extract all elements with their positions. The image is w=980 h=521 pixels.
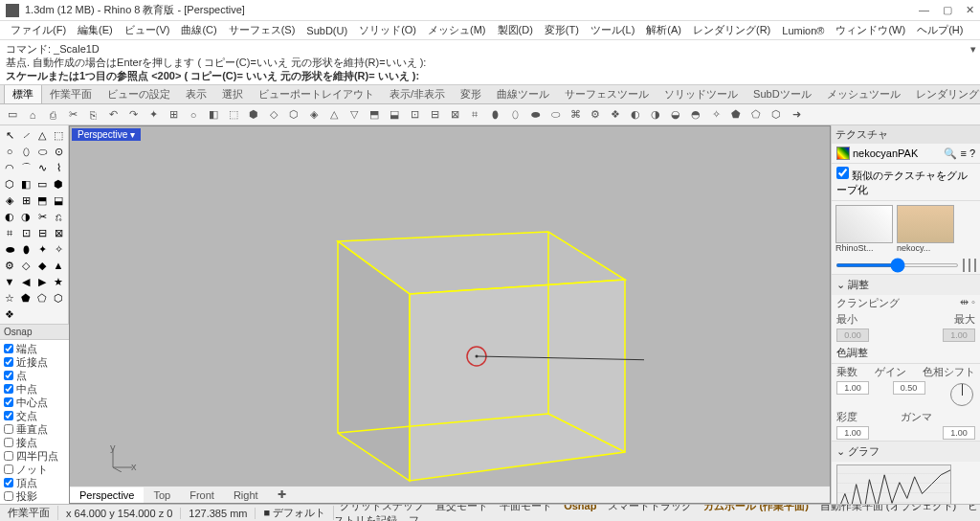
- osnap-item[interactable]: 頂点: [4, 476, 65, 489]
- toolbar-button[interactable]: ⬠: [747, 106, 765, 124]
- status-toggle[interactable]: ガムボール (作業平面): [698, 504, 813, 511]
- ribbon-tab[interactable]: メッシュツール: [819, 85, 908, 103]
- thumb-size-slider[interactable]: [835, 263, 959, 267]
- mult-input[interactable]: 1.00: [836, 381, 869, 395]
- tool-button[interactable]: ⬓: [51, 193, 66, 208]
- toolbar-button[interactable]: ⌂: [24, 106, 41, 124]
- gain-input[interactable]: 0.50: [893, 381, 925, 395]
- osnap-checkbox[interactable]: [4, 451, 13, 461]
- toolbar-button[interactable]: ✧: [707, 106, 724, 124]
- toolbar-button[interactable]: ▭: [4, 106, 21, 124]
- tool-button[interactable]: ⌗: [2, 225, 17, 240]
- hue-dial[interactable]: [950, 383, 973, 406]
- texture-thumb[interactable]: nekocy...: [897, 205, 954, 253]
- osnap-checkbox[interactable]: [4, 424, 13, 434]
- menu-item[interactable]: 編集(E): [73, 21, 118, 39]
- tool-button[interactable]: ⬭: [34, 144, 50, 159]
- toolbar-button[interactable]: ⬭: [546, 106, 564, 124]
- ribbon-tab[interactable]: 表示: [178, 85, 214, 103]
- tool-button[interactable]: ⟋: [18, 127, 33, 143]
- command-area[interactable]: コマンド: _Scale1D 基点. 自動作成の場合はEnterを押します ( …: [0, 40, 980, 85]
- toolbar-button[interactable]: ✂: [64, 106, 81, 124]
- toolbar-button[interactable]: ◐: [627, 106, 644, 124]
- tool-button[interactable]: ◆: [34, 258, 50, 273]
- menu-icon[interactable]: ≡: [960, 147, 966, 159]
- tool-button[interactable]: ⊡: [18, 225, 33, 240]
- toolbar-button[interactable]: ⌘: [567, 106, 584, 124]
- tool-button[interactable]: ▲: [51, 258, 66, 273]
- command-dropdown-icon[interactable]: ▾: [970, 42, 976, 56]
- menu-item[interactable]: ツール(L): [586, 21, 639, 39]
- status-toggle[interactable]: スマートトラック: [602, 504, 698, 511]
- graph-header[interactable]: グラフ: [832, 441, 980, 462]
- gamma-input[interactable]: 1.00: [943, 426, 975, 440]
- view-list-icon[interactable]: [969, 259, 970, 272]
- tool-button[interactable]: △: [34, 127, 50, 143]
- osnap-panel-title[interactable]: Osnap: [0, 324, 69, 340]
- tool-button[interactable]: ⊞: [18, 193, 33, 208]
- view-tree-icon[interactable]: [974, 259, 976, 272]
- ribbon-tab[interactable]: レンダリングツール: [908, 85, 980, 103]
- viewport[interactable]: Perspective y x: [69, 125, 831, 504]
- ribbon-tab[interactable]: 選択: [214, 85, 251, 103]
- texture-thumb[interactable]: RhinoSt...: [835, 205, 893, 253]
- tool-button[interactable]: ∿: [34, 160, 50, 175]
- status-layer[interactable]: ■ デフォルト: [256, 506, 334, 520]
- tool-button[interactable]: ◠: [2, 160, 17, 175]
- viewport-tab[interactable]: Front: [180, 487, 224, 503]
- status-toggle[interactable]: 平面モード: [494, 504, 558, 511]
- toolbar-button[interactable]: △: [325, 106, 343, 124]
- tool-button[interactable]: ⬒: [34, 193, 50, 208]
- osnap-checkbox[interactable]: [4, 357, 13, 367]
- tool-button[interactable]: ▶: [34, 274, 50, 289]
- toolbar-button[interactable]: ↷: [124, 106, 142, 124]
- ribbon-tab[interactable]: 表示/非表示: [382, 85, 453, 103]
- tool-button[interactable]: ▼: [2, 274, 17, 289]
- toolbar-button[interactable]: ◒: [667, 106, 684, 124]
- tool-button[interactable]: ⬯: [18, 144, 33, 159]
- toolbar-button[interactable]: ⬬: [526, 106, 544, 124]
- toolbar-button[interactable]: ⊞: [165, 106, 182, 124]
- menu-item[interactable]: 解析(A): [641, 21, 686, 39]
- toolbar-button[interactable]: ⬓: [386, 106, 403, 124]
- viewport-tab[interactable]: Top: [144, 487, 180, 503]
- status-plane[interactable]: 作業平面: [0, 506, 58, 520]
- status-toggle[interactable]: フ: [403, 514, 425, 522]
- tool-button[interactable]: ▭: [34, 176, 50, 192]
- tool-button[interactable]: ⬢: [51, 176, 66, 192]
- tool-button[interactable]: ✦: [34, 241, 50, 257]
- osnap-item[interactable]: 近接点: [4, 355, 65, 369]
- toolbar-button[interactable]: ◓: [687, 106, 704, 124]
- tool-button[interactable]: ★: [51, 274, 66, 289]
- tool-button[interactable]: ⊠: [51, 225, 66, 240]
- tool-button[interactable]: ⌒: [18, 160, 33, 175]
- ribbon-tab[interactable]: 標準: [4, 85, 42, 103]
- tool-button[interactable]: ❖: [2, 306, 17, 322]
- menu-item[interactable]: サーフェス(S): [224, 21, 301, 39]
- ribbon-tab[interactable]: ビューの設定: [100, 85, 178, 103]
- tool-button[interactable]: ☆: [2, 290, 17, 306]
- clamp-icon[interactable]: ⇹ ◦: [960, 296, 975, 310]
- osnap-item[interactable]: 端点: [4, 342, 65, 355]
- osnap-checkbox[interactable]: [4, 344, 13, 353]
- menu-item[interactable]: ウィンドウ(W): [831, 21, 910, 39]
- tool-button[interactable]: ⎌: [51, 209, 66, 224]
- ribbon-tab[interactable]: ソリッドツール: [657, 85, 746, 103]
- status-toggle[interactable]: 自動作業平面 (オブジェクト): [814, 504, 962, 511]
- tool-button[interactable]: ◧: [18, 176, 33, 192]
- osnap-item[interactable]: 四半円点: [4, 449, 65, 463]
- tool-button[interactable]: ⬠: [34, 290, 50, 306]
- tool-button[interactable]: ⬟: [18, 290, 33, 306]
- curve-graph[interactable]: [836, 464, 951, 504]
- osnap-item[interactable]: 投影: [4, 489, 65, 503]
- search-icon[interactable]: 🔍: [944, 147, 957, 160]
- osnap-checkbox[interactable]: [4, 397, 13, 407]
- tool-button[interactable]: ◐: [2, 209, 17, 224]
- toolbar-button[interactable]: ◇: [265, 106, 282, 124]
- toolbar-button[interactable]: ○: [185, 106, 202, 124]
- status-toggle[interactable]: Osnap: [558, 504, 602, 511]
- tool-button[interactable]: ⬚: [51, 127, 66, 143]
- toolbar-button[interactable]: ⬟: [727, 106, 745, 124]
- ribbon-tab[interactable]: 変形: [453, 85, 489, 103]
- tool-button[interactable]: ⌇: [51, 160, 66, 175]
